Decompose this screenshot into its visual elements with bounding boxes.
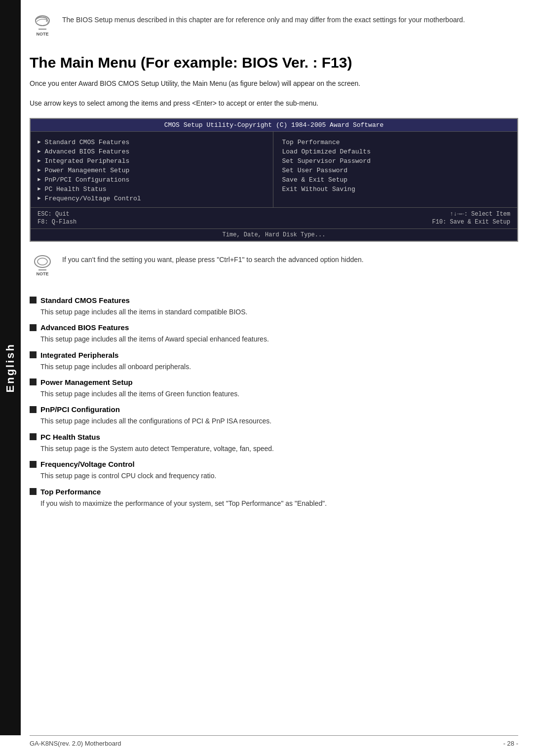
bios-arrow-6: ►: [38, 195, 41, 201]
sidebar-label: English: [4, 343, 17, 392]
feature-desc-2: This setup page includes all onboard per…: [40, 361, 518, 372]
feature-desc-3: This setup page includes all the items o…: [40, 388, 518, 399]
bios-item-4: ► PnP/PCI Configurations: [38, 175, 268, 185]
bios-f8: F8: Q-Flash: [38, 219, 76, 226]
svg-rect-5: [38, 269, 46, 270]
svg-point-3: [35, 256, 50, 267]
bios-arrow-3: ►: [38, 167, 41, 173]
bios-item-1: ► Advanced BIOS Features: [38, 147, 268, 156]
feature-3: Power Management Setup This setup page i…: [30, 378, 518, 399]
feature-desc-7: If you wish to maximize the performance …: [40, 498, 518, 509]
feature-desc-0: This setup page includes all the items i…: [40, 306, 518, 317]
bios-item-2: ► Integrated Peripherals: [38, 156, 268, 166]
footer-left: GA-K8NS(rev. 2.0) Motherboard: [30, 740, 121, 747]
bios-item-0: ► Standard CMOS Features: [38, 138, 268, 147]
bios-select: ↑↓→←: Select Item: [432, 211, 510, 218]
intro-line-1: Once you enter Award BIOS CMOS Setup Uti…: [30, 78, 518, 89]
bios-item-6: ► Frequency/Voltage Control: [38, 194, 268, 203]
svg-text:NOTE: NOTE: [36, 32, 48, 37]
feature-bullet-5: [30, 433, 37, 440]
svg-point-4: [38, 258, 47, 265]
second-note-box: NOTE If you can't find the setting you w…: [30, 255, 518, 280]
feature-desc-1: This setup page includes all the items o…: [40, 334, 518, 344]
bios-screenshot: CMOS Setup Utility-Copyright (C) 1984-20…: [30, 118, 518, 242]
feature-title-6: Frequency/Voltage Control: [30, 460, 518, 468]
bios-esc: ESC: Quit: [38, 211, 76, 218]
bios-right-2: Set Supervisor Password: [282, 156, 513, 166]
feature-desc-6: This setup page is control CPU clock and…: [40, 470, 518, 481]
note-icon-top: NOTE: [30, 13, 55, 38]
feature-2: Integrated Peripherals This setup page i…: [30, 351, 518, 372]
note-icon-second: NOTE: [30, 253, 55, 278]
bios-arrow-4: ►: [38, 177, 41, 183]
top-note-text: The BIOS Setup menus described in this c…: [62, 15, 465, 25]
bios-title: CMOS Setup Utility-Copyright (C) 1984-20…: [31, 119, 517, 132]
feature-bullet-1: [30, 324, 37, 331]
bios-f10: F10: Save & Exit Setup: [432, 219, 510, 226]
feature-desc-4: This setup page includes all the configu…: [40, 416, 518, 426]
page-footer: GA-K8NS(rev. 2.0) Motherboard - 28 -: [30, 735, 518, 747]
footer-right: - 28 -: [503, 740, 518, 747]
feature-bullet-4: [30, 406, 37, 413]
bios-arrow-2: ►: [38, 158, 41, 164]
bios-footer-right: ↑↓→←: Select Item F10: Save & Exit Setup: [432, 211, 510, 226]
feature-bullet-6: [30, 461, 37, 468]
bios-arrow-5: ►: [38, 186, 41, 192]
second-note-text: If you can't find the setting you want, …: [62, 255, 364, 265]
top-note-box: NOTE The BIOS Setup menus described in t…: [30, 15, 518, 40]
bios-right-1: Load Optimized Defaults: [282, 147, 513, 156]
bios-right-0: Top Performance: [282, 138, 513, 147]
svg-text:NOTE: NOTE: [36, 271, 48, 276]
bios-right-menu: Top Performance Load Optimized Defaults …: [273, 132, 518, 207]
feature-6: Frequency/Voltage Control This setup pag…: [30, 460, 518, 481]
feature-bullet-3: [30, 378, 37, 385]
feature-title-1: Advanced BIOS Features: [30, 323, 518, 332]
feature-bullet-0: [30, 297, 37, 303]
bios-right-3: Set User Password: [282, 166, 513, 175]
bios-arrow-1: ►: [38, 149, 41, 154]
bios-bottom-bar: Time, Date, Hard Disk Type...: [31, 228, 517, 241]
bios-right-5: Exit Without Saving: [282, 185, 513, 194]
bios-right-4: Save & Exit Setup: [282, 175, 513, 185]
feature-5: PC Health Status This setup page is the …: [30, 433, 518, 454]
svg-rect-1: [38, 29, 46, 30]
bios-item-3: ► Power Management Setup: [38, 166, 268, 175]
feature-bullet-7: [30, 488, 37, 495]
bios-left-menu: ► Standard CMOS Features ► Advanced BIOS…: [31, 132, 273, 207]
feature-desc-5: This setup page is the System auto detec…: [40, 443, 518, 454]
intro-line-2: Use arrow keys to select among the items…: [30, 98, 518, 109]
feature-title-5: PC Health Status: [30, 433, 518, 441]
bios-footer: ESC: Quit F8: Q-Flash ↑↓→←: Select Item …: [31, 207, 517, 228]
bios-footer-left: ESC: Quit F8: Q-Flash: [38, 211, 76, 226]
page-title: The Main Menu (For example: BIOS Ver. : …: [30, 54, 518, 71]
feature-4: PnP/PCI Configuration This setup page in…: [30, 405, 518, 426]
features-list: Standard CMOS Features This setup page i…: [30, 296, 518, 509]
feature-7: Top Performance If you wish to maximize …: [30, 488, 518, 509]
bios-item-5: ► PC Health Status: [38, 185, 268, 194]
feature-title-0: Standard CMOS Features: [30, 296, 518, 304]
feature-0: Standard CMOS Features This setup page i…: [30, 296, 518, 317]
feature-title-3: Power Management Setup: [30, 378, 518, 386]
bios-arrow-0: ►: [38, 139, 41, 145]
feature-bullet-2: [30, 351, 37, 358]
feature-title-7: Top Performance: [30, 488, 518, 496]
feature-title-4: PnP/PCI Configuration: [30, 405, 518, 414]
sidebar: English: [0, 0, 21, 735]
feature-1: Advanced BIOS Features This setup page i…: [30, 323, 518, 344]
feature-title-2: Integrated Peripherals: [30, 351, 518, 359]
